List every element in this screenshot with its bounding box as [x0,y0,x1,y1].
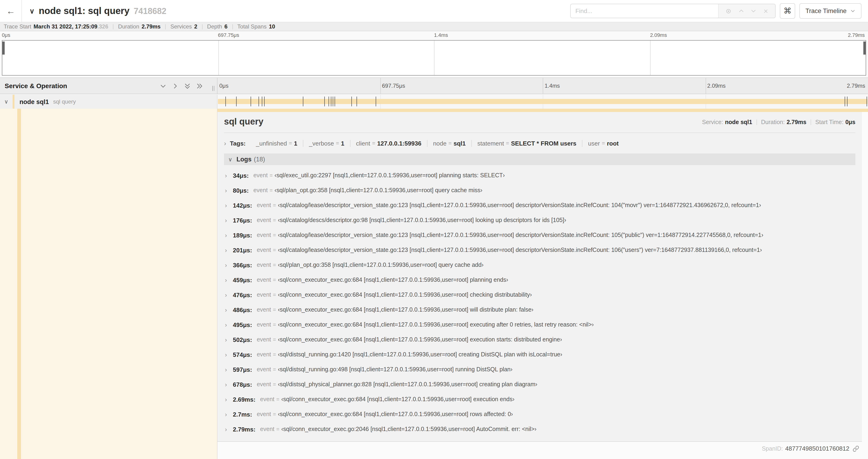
span-row[interactable]: ∨ node sql1 sql query [0,95,868,109]
equals-sign: = [273,277,276,283]
service-operation-header: Service & Operation [0,78,217,94]
logs-accordion-header[interactable]: ∨ Logs (18) [224,154,856,165]
minimap-span-row [838,71,853,74]
view-selector-button[interactable]: Trace Timeline [799,3,862,19]
log-entry-row[interactable]: › 176μs: event = ‹sql/catalog/descs/desc… [224,213,856,228]
minimap-tick-label: 697.75μs [218,32,239,38]
summary-label: Total Spans [237,23,267,30]
log-timestamp: 495μs: [233,321,252,328]
minimap-tick-label: 2.79ms [848,32,865,38]
log-entry-row[interactable]: › 142μs: event = ‹sql/catalog/lease/desc… [224,198,856,213]
equals-sign: = [448,140,452,146]
viewport-scrubber-left[interactable] [2,41,5,55]
keyboard-shortcuts-button[interactable]: ⌘ [780,3,795,19]
log-tick-mark [867,97,867,106]
log-timestamp: 459μs: [233,276,252,283]
tag-value: 1 [341,140,344,147]
log-entry-row[interactable]: › 201μs: event = ‹sql/catalog/lease/desc… [224,242,856,258]
log-field-value: ‹sql/plan_opt.go:358 [nsql1,client=127.0… [278,262,484,268]
span-id-value: 4877749850101760812 [785,445,849,452]
log-entry-row[interactable]: › 2.69ms: event = ‹sql/conn_executor_exe… [224,392,856,407]
detail-section: sql query Service: node sql1 Duration: 2… [0,109,868,459]
log-entry-row[interactable]: › 502μs: event = ‹sql/conn_executor_exec… [224,332,856,347]
log-field-key: event [257,292,271,298]
span-row-timeline-cell[interactable] [217,95,868,109]
logs-count: (18) [254,156,265,163]
log-timestamp: 142μs: [233,202,252,209]
log-entry-row[interactable]: › 34μs: event = ‹sql/exec_util.go:2297 [… [224,168,856,183]
tag-item: node = sql1 [427,140,471,147]
trace-id: 7418682 [134,6,166,16]
chevron-right-icon: › [225,306,233,313]
collapse-one-icon[interactable] [160,82,166,89]
log-entry-row[interactable]: › 597μs: event = ‹sql/distsql_running.go… [224,362,856,377]
log-field-value: ‹sql/conn_executor_exec.go:2046 [nsql1,c… [281,426,536,432]
log-timestamp: 574μs: [233,351,252,358]
log-entry-row[interactable]: › 486μs: event = ‹sql/conn_executor_exec… [224,302,856,317]
log-field-value: ‹sql/catalog/lease/descriptor_version_st… [278,232,763,238]
summary-value: 2.79ms [142,23,160,30]
log-entry-row[interactable]: › 476μs: event = ‹sql/conn_executor_exec… [224,287,856,302]
log-timestamp: 2.79ms: [233,426,255,433]
minimap-canvas[interactable] [2,40,866,75]
duration-value: 2.79ms [786,119,806,126]
timeline-ruler: 0μs 697.75μs 1.4ms 2.09ms 2.79ms [217,78,868,94]
log-field-key: event [257,232,271,238]
log-field-value: ‹sql/catalog/lease/descriptor_version_st… [278,202,761,208]
log-field-value: ‹sql/catalog/descs/descriptor.go:98 [nsq… [278,217,566,223]
tag-item: user = root [582,140,624,147]
log-timestamp: 486μs: [233,306,252,313]
equals-sign: = [273,352,276,357]
log-field-key: event [257,336,271,343]
log-field-key: event [260,426,274,432]
chevron-right-icon: › [225,336,233,343]
collapse-all-icon[interactable] [184,82,191,89]
summary-value: March 31 2022, 17:25:09 [34,23,97,30]
trace-title[interactable]: ∨ node sql1: sql query 7418682 [29,6,166,16]
log-entry-row[interactable]: › 495μs: event = ‹sql/conn_executor_exec… [224,317,856,332]
log-entry-row[interactable]: › 2.79ms: event = ‹sql/conn_executor_exe… [224,422,856,437]
tag-key: statement [477,140,504,147]
deep-link-icon[interactable] [852,445,859,452]
log-timestamps-note: Log timestamps are relative to the start… [224,437,856,442]
log-entry-row[interactable]: › 366μs: event = ‹sql/plan_opt.go:358 [n… [224,258,856,272]
equals-sign: = [273,337,276,342]
minimap-span-row [201,68,822,70]
log-timestamp: 476μs: [233,291,252,298]
log-entry-row[interactable]: › 189μs: event = ‹sql/catalog/lease/desc… [224,228,856,242]
span-id-label: SpanID: [762,445,783,452]
span-color-accent [12,95,14,109]
expand-one-icon[interactable] [172,82,179,89]
equals-sign: = [336,140,339,146]
chevron-up-icon[interactable] [738,8,744,14]
chevron-down-icon [850,8,856,13]
log-tick-mark [225,97,226,106]
log-field-key: event [257,247,271,253]
service-label: Service: [702,119,723,126]
log-entry-row[interactable]: › 678μs: event = ‹sql/distsql_physical_p… [224,377,856,392]
expand-collapse-controls [160,82,203,89]
equals-sign: = [270,188,273,193]
back-button[interactable]: ← [0,0,22,22]
close-icon[interactable] [763,8,769,14]
span-duration-bar[interactable] [218,99,867,104]
summary-value: 10 [269,23,275,30]
span-row-name-cell[interactable]: ∨ node sql1 sql query [0,95,217,109]
log-field-key: event [257,306,271,313]
expand-all-icon[interactable] [196,82,203,89]
chevron-right-icon: › [225,366,233,373]
log-entry-row[interactable]: › 2.7ms: event = ‹sql/conn_executor_exec… [224,407,856,422]
log-entry-row[interactable]: › 459μs: event = ‹sql/conn_executor_exec… [224,272,856,287]
viewport-scrubber-right[interactable] [863,41,866,55]
log-field-value: ‹sql/distsql_physical_planner.go:828 [ns… [278,381,537,388]
column-resize-grip[interactable] [212,86,215,91]
chevron-down-icon[interactable] [751,8,757,14]
log-entry-row[interactable]: › 80μs: event = ‹sql/plan_opt.go:358 [ns… [224,183,856,198]
span-detail-operation: sql query [224,117,264,127]
tags-accordion[interactable]: › Tags: _unfinished = 1 _verbose [224,137,856,150]
find-input[interactable] [571,4,718,18]
chevron-down-icon[interactable]: ∨ [4,98,8,105]
expanded-span-accent-strip [217,109,868,112]
locate-icon[interactable] [725,8,732,14]
log-entry-row[interactable]: › 574μs: event = ‹sql/distsql_running.go… [224,347,856,362]
